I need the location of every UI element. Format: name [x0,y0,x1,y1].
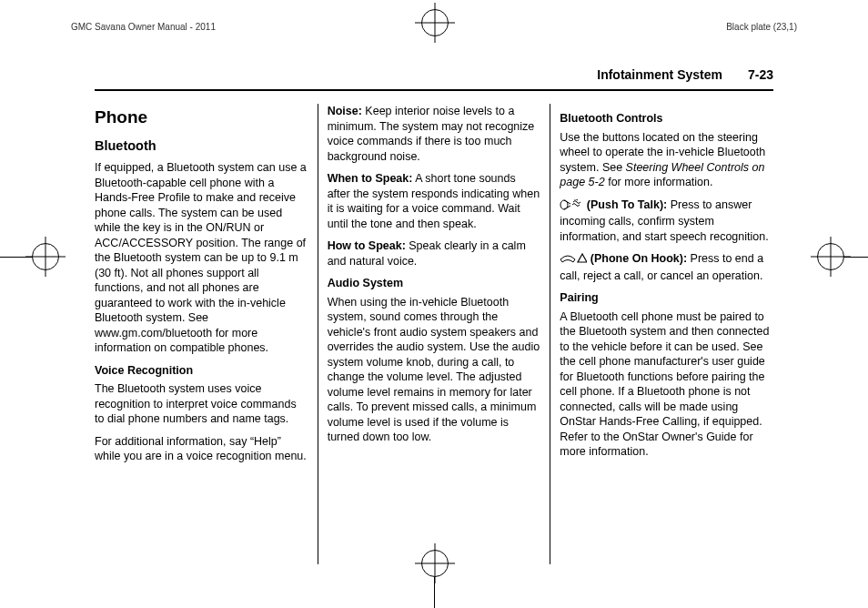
text: for more information. [605,176,713,188]
paragraph: A Bluetooth cell phone must be paired to… [560,309,773,460]
heading-voice-recognition: Voice Recognition [95,363,308,379]
paragraph-noise: Noise: Keep interior noise levels to a m… [328,104,541,164]
crop-line [844,257,868,258]
paragraph: The Bluetooth system uses voice recognit… [95,381,308,427]
print-header: GMC Savana Owner Manual - 2011 Black pla… [71,22,797,32]
heading-audio-system: Audio System [328,276,541,291]
heading-phone: Phone [95,106,308,128]
column-1: Phone Bluetooth If equipped, a Bluetooth… [95,104,318,564]
section-title: Infotainment System [597,67,722,82]
registration-mark-left [32,243,59,270]
crop-line [0,257,32,258]
heading-pairing: Pairing [560,290,773,306]
lead-hook: (Phone On Hook): [590,252,687,265]
paragraph-how-to-speak: How to Speak: Speak clearly in a calm an… [328,238,541,269]
content-area: Infotainment System 7-23 Phone Bluetooth… [95,67,773,564]
phone-on-hook-icon [560,253,587,269]
column-3: Bluetooth Controls Use the buttons locat… [550,104,773,564]
column-2: Noise: Keep interior noise levels to a m… [318,104,550,564]
paragraph-when-to-speak: When to Speak: A short tone sounds after… [328,171,541,231]
lead-noise: Noise: [328,105,362,117]
paragraph-phone-on-hook: (Phone On Hook): Press to end a call, re… [560,251,773,283]
crop-line [434,577,435,608]
paragraph: When using the in-vehicle Bluetooth syst… [328,295,541,445]
page-number: 7-23 [748,67,773,82]
paragraph-push-to-talk: (Push To Talk): Press to answer incoming… [560,198,773,245]
heading-bluetooth: Bluetooth [95,137,308,155]
running-head: Infotainment System 7-23 [95,67,773,91]
paragraph-controls-intro: Use the buttons located on the steering … [560,130,773,190]
registration-mark-right [817,243,844,270]
paragraph: For additional information, say “Help” w… [95,434,308,464]
lead-how: How to Speak: [328,239,406,252]
paragraph: If equipped, a Bluetooth system can use … [95,160,308,356]
columns: Phone Bluetooth If equipped, a Bluetooth… [95,104,773,564]
push-to-talk-icon [560,199,583,215]
print-header-right: Black plate (23,1) [726,22,797,32]
print-header-left: GMC Savana Owner Manual - 2011 [71,22,216,32]
lead-when: When to Speak: [328,172,413,185]
lead-ptt: (Push To Talk): [587,198,667,211]
heading-bluetooth-controls: Bluetooth Controls [560,111,773,127]
page: GMC Savana Owner Manual - 2011 Black pla… [0,0,868,608]
